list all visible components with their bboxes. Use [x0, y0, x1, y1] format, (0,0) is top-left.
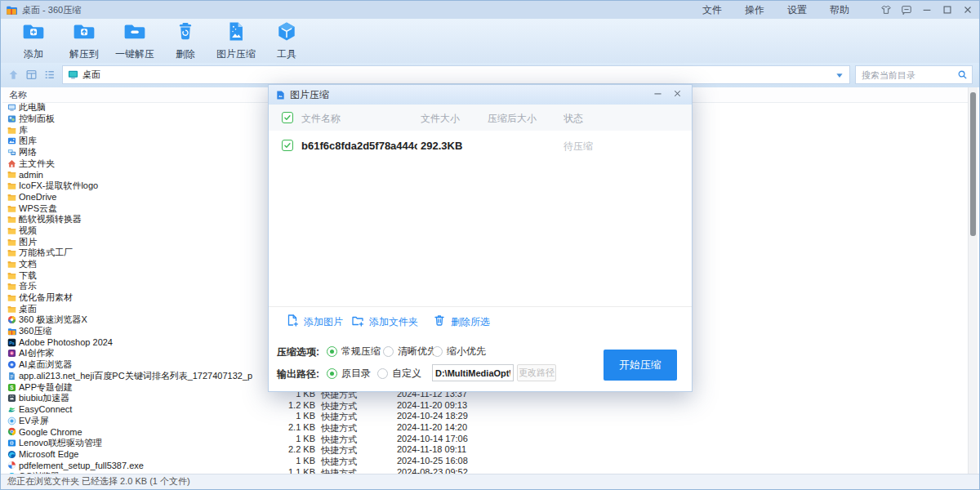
address-dropdown-icon[interactable] [835, 70, 844, 80]
delete-icon [173, 20, 198, 46]
file-size: 2.1 KB [246, 422, 315, 432]
toolbar-extract-to-button[interactable]: 解压到 [61, 20, 107, 61]
minimize-icon[interactable] [920, 3, 933, 17]
toolbar-image-compress-button[interactable]: 图片压缩 [213, 20, 259, 61]
file-list-item[interactable]: 下载 [2, 270, 272, 281]
toolbar-add-button[interactable]: 添加 [11, 20, 56, 61]
file-list-item[interactable]: 控制面板 [2, 114, 272, 125]
radio-icon[interactable] [327, 346, 337, 357]
file-name: OneDrive [19, 192, 56, 202]
file-date: 2024-11-18 09:11 [397, 444, 466, 454]
folder-icon [7, 260, 16, 269]
dialog-close-icon[interactable] [672, 88, 685, 101]
delete-selected-button[interactable]: 删除所选 [433, 314, 490, 330]
address-bar[interactable]: 桌面 [62, 65, 850, 84]
one-key-extract-icon [122, 20, 147, 46]
network-icon [7, 148, 16, 157]
scrollbar-thumb[interactable] [970, 92, 976, 236]
dialog-title-bar: 图片压缩 [269, 85, 692, 105]
column-header-name[interactable]: 名称 [9, 90, 27, 100]
skin-icon[interactable] [879, 3, 893, 17]
up-icon[interactable] [7, 69, 20, 81]
file-list-item[interactable]: 图片 [2, 236, 272, 247]
file-list-item[interactable]: 主文件夹 [2, 158, 272, 169]
file-list-item[interactable]: IcoFX-提取软件logo [2, 180, 272, 192]
folder-icon [7, 193, 16, 202]
list-view-icon[interactable] [43, 69, 56, 81]
file-list-item[interactable]: 360压缩 [2, 326, 272, 337]
file-list-item[interactable]: app.ali213.net_heji百度PC关键词排名列表_172740713… [2, 371, 272, 382]
radio-icon[interactable] [383, 346, 394, 357]
dialog-file-row[interactable]: b61f6c8fda2d5f78a444cc... 292.3KB 待压缩 [269, 131, 692, 160]
toolbar-label: 一键解压 [115, 47, 154, 61]
file-size: 1 KB [246, 434, 315, 443]
delete-selected-icon [433, 314, 446, 330]
file-list-item[interactable]: 优化备用素材 [2, 292, 272, 304]
menu-item[interactable]: 设置 [776, 3, 818, 17]
file-list-item[interactable]: 视频 [2, 225, 272, 237]
compress-option-2[interactable]: 缩小优先 [432, 345, 486, 359]
folder-icon [7, 238, 16, 247]
file-list-item[interactable]: 此电脑 [2, 102, 272, 114]
close-icon[interactable] [960, 3, 974, 17]
grid-view-icon[interactable] [25, 69, 38, 81]
radio-icon[interactable] [432, 346, 443, 357]
radio-icon[interactable] [377, 368, 388, 379]
row-checkbox[interactable] [282, 140, 293, 151]
file-list-item[interactable]: WPS云盘 [2, 203, 272, 214]
start-compress-button[interactable]: 开始压缩 [604, 350, 677, 381]
add-folder-button[interactable]: 添加文件夹 [351, 314, 418, 330]
dialog-doc-icon [275, 90, 286, 100]
file-list-item[interactable]: 图库 [2, 136, 272, 147]
toolbar-tools-button[interactable]: 工具 [264, 20, 310, 61]
toolbar-delete-button[interactable]: 删除 [163, 20, 208, 61]
file-list-item[interactable]: admin [2, 169, 272, 180]
dialog-minimize-icon[interactable] [653, 88, 666, 101]
file-list-item[interactable]: 360 极速浏览器X [2, 314, 272, 326]
file-list-item[interactable]: 酷软视频转换器 [2, 214, 272, 225]
folder-icon [7, 305, 16, 314]
action-label: 删除所选 [451, 315, 490, 329]
output-option-0[interactable]: 原目录 [327, 367, 371, 381]
file-list-item[interactable]: PsAdobe Photoshop 2024 [2, 336, 272, 348]
radio-label: 自定义 [392, 367, 421, 381]
maximize-icon[interactable] [940, 3, 954, 17]
output-path-input[interactable] [432, 364, 514, 381]
address-location: 桌面 [82, 69, 835, 81]
radio-label: 常规压缩 [341, 345, 381, 359]
scrollbar[interactable] [968, 87, 978, 474]
file-list-item[interactable]: AI创作家 [2, 348, 272, 359]
feedback-icon[interactable] [899, 3, 913, 17]
select-all-checkbox[interactable] [282, 112, 293, 123]
toolbar-one-key-extract-button[interactable]: 一键解压 [112, 20, 158, 61]
compress-option-1[interactable]: 清晰优先 [383, 345, 437, 359]
action-label: 添加图片 [304, 315, 343, 329]
file-list-item[interactable]: 万能格式工厂 [2, 247, 272, 259]
file-list-item[interactable]: 网络 [2, 147, 272, 158]
file-list-item[interactable]: AI桌面浏览器 [2, 359, 272, 371]
file-list-item[interactable]: 桌面 [2, 303, 272, 314]
doc-file-icon [7, 372, 16, 381]
toolbar-label: 添加 [24, 47, 43, 61]
file-list-item[interactable]: OneDrive [2, 192, 272, 203]
menu-item[interactable]: 文件 [691, 3, 733, 17]
file-list-item[interactable]: 文档 [2, 259, 272, 270]
gallery-icon [7, 136, 16, 145]
folder-icon [7, 271, 16, 280]
add-image-button[interactable]: 添加图片 [286, 314, 343, 330]
output-option-1[interactable]: 自定义 [377, 367, 421, 381]
app-icon [6, 4, 17, 16]
change-path-button[interactable]: 更改路径 [517, 364, 556, 381]
search-box[interactable] [855, 65, 973, 84]
file-list-item[interactable]: 音乐 [2, 281, 272, 292]
file-list-item[interactable]: 库 [2, 124, 272, 136]
column-file-name: 文件名称 [301, 112, 341, 126]
search-input[interactable] [860, 69, 957, 81]
column-compressed-size: 压缩后大小 [488, 112, 537, 126]
compress-option-0[interactable]: 常规压缩 [327, 345, 381, 359]
window-title: 桌面 - 360压缩 [22, 4, 81, 16]
menu-item[interactable]: 操作 [733, 3, 776, 17]
image-compress-icon [224, 20, 248, 46]
radio-icon[interactable] [327, 368, 337, 379]
menu-item[interactable]: 帮助 [818, 3, 861, 17]
